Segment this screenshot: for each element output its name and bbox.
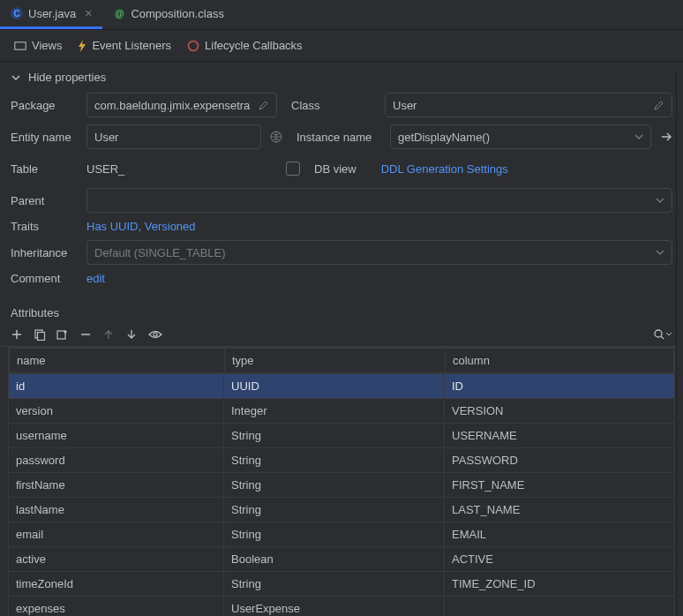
table-row[interactable]: usernameStringUSERNAME	[9, 423, 674, 447]
chevron-down-icon	[11, 72, 21, 83]
cell-name: lastName	[9, 498, 224, 522]
tab-composition-class[interactable]: @ Composition.class	[102, 0, 235, 29]
table-row[interactable]: emailStringEMAIL	[9, 522, 674, 546]
cell-column: ACTIVE	[445, 547, 674, 571]
cell-type: String	[224, 522, 445, 546]
col-header-column[interactable]: column	[446, 349, 673, 372]
ddl-settings-link[interactable]: DDL Generation Settings	[381, 162, 508, 176]
collapse-label: Hide properties	[28, 71, 106, 84]
db-view-checkbox[interactable]	[286, 162, 300, 176]
svg-point-8	[655, 330, 662, 337]
svg-rect-5	[38, 333, 45, 341]
svg-point-7	[154, 333, 157, 336]
table-row[interactable]: expensesUserExpense	[9, 596, 674, 616]
svg-rect-1	[16, 42, 26, 49]
table-row[interactable]: timeZoneIdStringTIME_ZONE_ID	[9, 571, 674, 596]
cell-column: LAST_NAME	[445, 498, 674, 522]
field-value: User	[393, 99, 417, 112]
cell-type: String	[224, 473, 445, 497]
pencil-icon[interactable]	[259, 100, 269, 110]
table-row[interactable]: firstNameStringFIRST_NAME	[9, 472, 674, 497]
inheritance-field[interactable]: Default (SINGLE_TABLE)	[86, 240, 672, 265]
chevron-down-icon[interactable]	[634, 132, 643, 141]
cell-name: email	[9, 522, 224, 546]
label-package: Package	[11, 99, 78, 112]
chevron-down-icon[interactable]	[656, 196, 664, 205]
cell-type: String	[224, 572, 445, 596]
globe-icon[interactable]	[270, 131, 282, 143]
cell-name: expenses	[9, 597, 224, 616]
svg-point-2	[189, 41, 199, 50]
pencil-icon[interactable]	[654, 100, 664, 110]
cell-name: active	[9, 547, 224, 571]
cell-name: password	[9, 448, 224, 472]
subtab-event-listeners[interactable]: Event Listeners	[78, 39, 171, 52]
field-value: Default (SINGLE_TABLE)	[94, 246, 226, 259]
arrow-right-icon[interactable]	[660, 131, 672, 143]
move-up-icon[interactable]	[102, 328, 115, 341]
field-value: User	[94, 131, 118, 144]
attributes-table: name type column idUUIDIDversionIntegerV…	[8, 347, 675, 616]
add-attribute-icon[interactable]	[56, 328, 69, 341]
cell-name: firstName	[9, 473, 224, 497]
close-icon[interactable]: ×	[85, 6, 92, 20]
label-instance-name: Instance name	[296, 131, 376, 144]
tab-label: User.java	[28, 7, 76, 20]
table-row[interactable]: versionIntegerVERSION	[9, 398, 674, 423]
subtab-views[interactable]: Views	[14, 39, 62, 52]
subtab-label: Event Listeners	[92, 39, 171, 52]
cell-name: version	[9, 399, 224, 423]
label-entity-name: Entity name	[11, 131, 78, 144]
hide-properties-toggle[interactable]: Hide properties	[0, 62, 683, 93]
cell-type: UserExpense	[224, 597, 445, 616]
field-value: com.baeldung.jmix.expensetra	[94, 99, 250, 112]
table-value: USER_	[86, 156, 277, 181]
table-row[interactable]: idUUIDID	[9, 373, 674, 398]
label-class: Class	[291, 99, 371, 112]
table-row[interactable]: lastNameStringLAST_NAME	[9, 497, 674, 522]
cell-column: VERSION	[445, 399, 674, 423]
attributes-title: Attributes	[0, 301, 683, 323]
entity-name-field[interactable]: User	[86, 124, 261, 149]
cell-type: String	[224, 424, 445, 447]
col-header-name[interactable]: name	[10, 349, 225, 372]
label-inheritance: Inheritance	[11, 246, 78, 259]
remove-icon[interactable]	[79, 328, 92, 341]
subtab-lifecycle[interactable]: Lifecycle Callbacks	[187, 39, 303, 52]
cell-type: String	[224, 498, 445, 522]
label-table: Table	[11, 162, 78, 176]
attributes-toolbar	[0, 323, 683, 347]
search-icon[interactable]	[653, 328, 665, 341]
cell-column: FIRST_NAME	[445, 473, 674, 497]
parent-field[interactable]	[86, 188, 672, 213]
class-field[interactable]: User	[385, 93, 672, 117]
traits-link[interactable]: Has UUID, Versioned	[86, 220, 196, 233]
copy-icon[interactable]	[34, 328, 46, 341]
table-row[interactable]: passwordStringPASSWORD	[9, 447, 674, 472]
col-header-type[interactable]: type	[225, 349, 446, 372]
eye-icon[interactable]	[148, 328, 162, 341]
cell-column: EMAIL	[445, 522, 674, 546]
cell-name: timeZoneId	[9, 572, 224, 596]
cell-column	[445, 597, 674, 616]
field-value: getDisplayName()	[398, 131, 490, 144]
cell-type: UUID	[224, 374, 445, 398]
cell-column: ID	[445, 374, 674, 398]
tab-label: Composition.class	[131, 7, 224, 20]
move-down-icon[interactable]	[125, 328, 138, 341]
cell-type: Integer	[224, 399, 445, 423]
comment-edit-link[interactable]: edit	[86, 272, 105, 285]
subtab-label: Views	[32, 39, 62, 52]
tab-user-java[interactable]: C User.java ×	[0, 0, 102, 29]
label-db-view: DB view	[314, 162, 357, 176]
lifecycle-icon	[187, 40, 199, 52]
chevron-down-icon[interactable]	[665, 331, 672, 338]
entity-form: Package com.baeldung.jmix.expensetra Cla…	[0, 93, 683, 301]
instance-name-field[interactable]: getDisplayName()	[390, 124, 651, 149]
add-icon[interactable]	[11, 328, 23, 341]
views-icon	[14, 41, 26, 51]
chevron-down-icon[interactable]	[656, 248, 664, 257]
package-field[interactable]: com.baeldung.jmix.expensetra	[86, 93, 277, 117]
table-row[interactable]: activeBooleanACTIVE	[9, 546, 674, 571]
cell-name: username	[9, 424, 224, 447]
